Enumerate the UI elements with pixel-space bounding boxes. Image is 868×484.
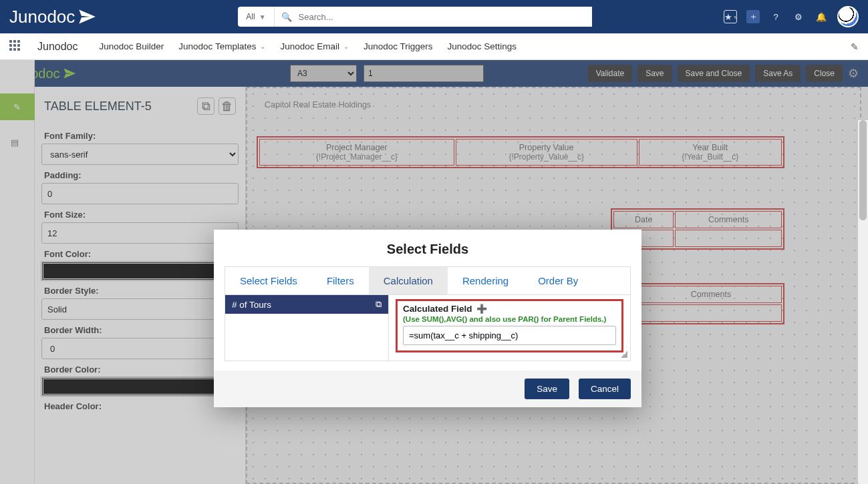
tab-calculation[interactable]: Calculation [369, 267, 448, 294]
edit-nav-button[interactable]: ✎ [851, 41, 859, 52]
calc-label: Calculated Field [403, 304, 472, 314]
tab-rendering[interactable]: Rendering [448, 267, 523, 294]
tab-order-by[interactable]: Order By [523, 267, 593, 294]
search-icon: 🔍 [281, 12, 292, 22]
create-button[interactable]: ＋ [746, 10, 760, 23]
search-scope-label: All [246, 12, 255, 21]
tab-filters[interactable]: Filters [312, 267, 369, 294]
calc-formula-input[interactable] [403, 326, 616, 345]
resize-handle[interactable] [621, 351, 627, 358]
nav-triggers[interactable]: Junodoc Triggers [364, 41, 433, 51]
field-list: # of Tours ⧉ [225, 295, 389, 360]
nav-item-label: Junodoc Settings [448, 41, 517, 51]
global-search: All ▼ 🔍 [238, 7, 592, 27]
calc-highlight: Calculated Field ➕ (Use SUM(),AVG() and … [396, 299, 623, 352]
nav-item-label: Junodoc Builder [100, 41, 164, 51]
tab-select-fields[interactable]: Select Fields [225, 267, 312, 294]
search-scope-dropdown[interactable]: All ▼ [238, 7, 274, 27]
bell-icon: 🔔 [816, 12, 827, 22]
nav-settings[interactable]: Junodoc Settings [448, 41, 517, 51]
nav-email[interactable]: Junodoc Email⌄ [280, 41, 349, 51]
chevron-down-icon: ⌄ [260, 43, 265, 50]
header-actions: ★▾ ＋ ? ⚙ 🔔 [724, 6, 859, 27]
gear-icon: ⚙ [794, 12, 803, 22]
paper-plane-icon [78, 7, 96, 26]
nav-item-label: Junodoc Templates [178, 41, 256, 51]
tab-content: # of Tours ⧉ Calculated Field ➕ (Use SUM… [225, 294, 631, 361]
modal-cancel-button[interactable]: Cancel [579, 379, 631, 399]
copy-icon[interactable]: ⧉ [376, 299, 382, 310]
nav-builder[interactable]: Junodoc Builder [100, 41, 164, 51]
chevron-down-icon: ⌄ [343, 43, 349, 50]
global-header: Junodoc All ▼ 🔍 ★▾ ＋ ? ⚙ 🔔 [0, 0, 868, 33]
modal-footer: Save Cancel [214, 371, 641, 407]
modal-title: Select Fields [214, 230, 641, 266]
add-calc-button[interactable]: ➕ [476, 304, 487, 314]
chevron-down-icon: ▾ [734, 13, 737, 21]
favorites-button[interactable]: ★▾ [724, 10, 737, 23]
modal-save-button[interactable]: Save [525, 379, 569, 399]
nav-item-label: Junodoc Email [280, 41, 339, 51]
notifications-button[interactable]: 🔔 [815, 10, 828, 23]
calc-hint: (Use SUM(),AVG() and also use PAR() for … [403, 315, 616, 323]
nav-templates[interactable]: Junodoc Templates⌄ [178, 41, 265, 51]
pencil-icon: ✎ [851, 42, 859, 52]
field-name: # of Tours [232, 300, 271, 310]
app-logo: Junodoc [9, 7, 96, 27]
modal-tabs: Select Fields Filters Calculation Render… [225, 266, 631, 294]
nav-item-label: Junodoc Triggers [364, 41, 433, 51]
setup-button[interactable]: ⚙ [792, 10, 805, 23]
select-fields-modal: Select Fields Select Fields Filters Calc… [214, 230, 641, 407]
scroll-thumb[interactable] [859, 120, 867, 220]
field-row[interactable]: # of Tours ⧉ [225, 295, 388, 314]
app-launcher-icon[interactable] [9, 40, 23, 53]
app-name: Junodoc [37, 41, 78, 53]
editor-workspace: Junodoc A3 Validate Save Save and Close … [0, 60, 868, 484]
help-button[interactable]: ? [769, 10, 782, 23]
avatar[interactable] [837, 6, 859, 27]
scrollbar[interactable] [858, 120, 868, 484]
chevron-down-icon: ▼ [259, 13, 266, 21]
help-icon: ? [773, 12, 778, 22]
app-nav: Junodoc Junodoc Builder Junodoc Template… [0, 33, 868, 60]
plus-icon: ＋ [749, 11, 758, 23]
search-input[interactable] [292, 7, 593, 27]
app-logo-text: Junodoc [9, 7, 75, 27]
calculation-pane: Calculated Field ➕ (Use SUM(),AVG() and … [389, 295, 630, 360]
calc-label-row: Calculated Field ➕ [403, 304, 616, 314]
star-icon: ★ [724, 12, 732, 22]
